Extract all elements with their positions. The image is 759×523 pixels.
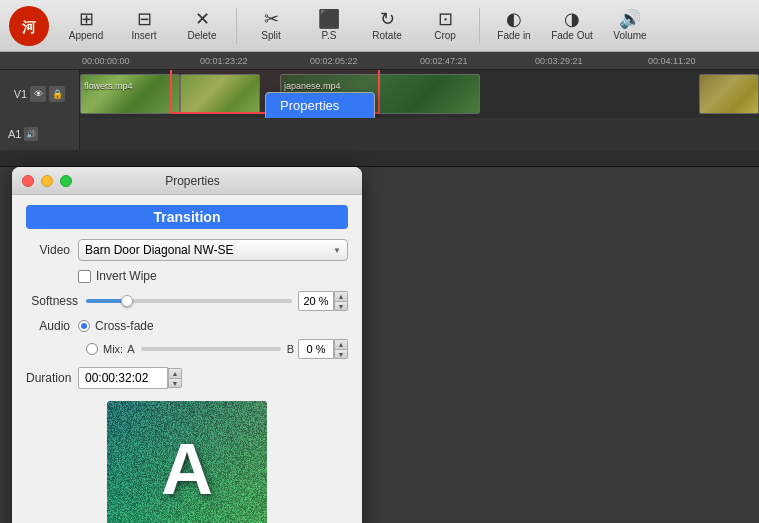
mix-stepper-down[interactable]: ▼ xyxy=(334,349,348,359)
audio-label: Audio xyxy=(26,319,78,333)
mix-stepper[interactable]: ▲ ▼ xyxy=(334,339,348,359)
crop-icon: ⊡ xyxy=(438,10,453,28)
ruler-label-5: 00:04:11:20 xyxy=(648,56,696,66)
ruler-label-3: 00:02:47:21 xyxy=(420,56,468,66)
fadeout-icon: ◑ xyxy=(564,10,580,28)
softness-stepper[interactable]: ▲ ▼ xyxy=(334,291,348,311)
append-button[interactable]: ⊞ Append xyxy=(60,4,112,48)
a1-label: A1 xyxy=(8,128,21,140)
crop-button[interactable]: ⊡ Crop xyxy=(419,4,471,48)
video-effect-dropdown[interactable]: Barn Door Diagonal NW-SE ▼ xyxy=(78,239,348,261)
insert-icon: ⊟ xyxy=(137,10,152,28)
softness-stepper-down[interactable]: ▼ xyxy=(334,301,348,311)
toolbar-sep-1 xyxy=(236,8,237,44)
softness-stepper-up[interactable]: ▲ xyxy=(334,291,348,301)
v1-lock-btn[interactable]: 🔒 xyxy=(49,86,65,102)
duration-label: Duration xyxy=(26,371,78,385)
fadein-button[interactable]: ◐ Fade in xyxy=(488,4,540,48)
append-icon: ⊞ xyxy=(79,10,94,28)
duration-stepper-down[interactable]: ▼ xyxy=(168,378,182,388)
mix-stepper-up[interactable]: ▲ xyxy=(334,339,348,349)
softness-label: Softness xyxy=(26,294,86,308)
a1-track-header: A1 🔊 xyxy=(0,118,80,150)
split-button[interactable]: ✂ Split xyxy=(245,4,297,48)
ruler-label-0: 00:00:00:00 xyxy=(82,56,130,66)
mix-value-box: 0 % ▲ ▼ xyxy=(298,339,348,359)
v1-track-content: flowers.mp4 japanese.mp4 Properties Remo… xyxy=(80,70,759,118)
video-track: V1 👁 🔒 flowers.mp4 japanese.mp4 Properti… xyxy=(0,70,759,118)
context-menu: Properties Remove xyxy=(265,92,375,118)
split-icon: ✂ xyxy=(264,10,279,28)
timeline: 00:00:00:00 00:01:23:22 00:02:05:22 00:0… xyxy=(0,52,759,167)
mix-b-label: B xyxy=(287,343,294,355)
a1-mute-btn[interactable]: 🔊 xyxy=(24,127,38,141)
transition-section-header: Transition xyxy=(26,205,348,229)
duration-stepper-up[interactable]: ▲ xyxy=(168,368,182,378)
delete-icon: ✕ xyxy=(195,10,210,28)
insert-button[interactable]: ⊟ Insert xyxy=(118,4,170,48)
clip-end-label xyxy=(700,79,706,93)
audio-crossfade-row: Audio Cross-fade xyxy=(26,319,348,333)
clip-end[interactable] xyxy=(699,74,759,114)
svg-text:河: 河 xyxy=(22,19,37,35)
invert-wipe-row: Invert Wipe xyxy=(26,269,348,283)
clip-flowers-label: flowers.mp4 xyxy=(81,79,136,93)
ruler-label-1: 00:01:23:22 xyxy=(200,56,248,66)
preview-letter: A xyxy=(161,428,213,510)
fadeout-button[interactable]: ◑ Fade Out xyxy=(546,4,598,48)
softness-row: Softness 20 % ▲ ▼ xyxy=(26,291,348,311)
ps-button[interactable]: ⬛ P.S xyxy=(303,4,355,48)
toolbar-sep-2 xyxy=(479,8,480,44)
delete-button[interactable]: ✕ Delete xyxy=(176,4,228,48)
mix-row: Mix: A B 0 % ▲ ▼ xyxy=(26,339,348,359)
rotate-button[interactable]: ↻ Rotate xyxy=(361,4,413,48)
crossfade-label: Cross-fade xyxy=(95,319,154,333)
rotate-icon: ↻ xyxy=(380,10,395,28)
ps-icon: ⬛ xyxy=(318,10,340,28)
mix-radio[interactable] xyxy=(86,343,98,355)
v1-label: V1 xyxy=(14,88,27,100)
duration-row: Duration 00:00:32:02 ▲ ▼ xyxy=(26,367,348,389)
properties-body: Transition Video Barn Door Diagonal NW-S… xyxy=(12,195,362,523)
crossfade-radio[interactable] xyxy=(78,320,90,332)
audio-track: A1 🔊 xyxy=(0,118,759,150)
video-label: Video xyxy=(26,243,78,257)
window-title: Properties xyxy=(33,174,352,188)
volume-button[interactable]: 🔊 Volume xyxy=(604,4,656,48)
volume-icon: 🔊 xyxy=(619,10,641,28)
dropdown-arrow-icon: ▼ xyxy=(333,246,341,255)
invert-wipe-label: Invert Wipe xyxy=(96,269,157,283)
fadein-icon: ◐ xyxy=(506,10,522,28)
softness-slider[interactable] xyxy=(86,299,292,303)
duration-input[interactable]: 00:00:32:02 xyxy=(78,367,168,389)
softness-value-box: 20 % ▲ ▼ xyxy=(298,291,348,311)
app-logo: 河 xyxy=(8,5,50,47)
ruler-label-4: 00:03:29:21 xyxy=(535,56,583,66)
clip-flowers[interactable]: flowers.mp4 xyxy=(80,74,180,114)
softness-value-input[interactable]: 20 % xyxy=(298,291,334,311)
duration-stepper[interactable]: ▲ ▼ xyxy=(168,368,182,388)
a1-track-content[interactable] xyxy=(80,118,759,150)
invert-wipe-checkbox[interactable] xyxy=(78,270,91,283)
properties-window: Properties Transition Video Barn Door Di… xyxy=(12,167,362,523)
preview-box: A xyxy=(107,401,267,523)
mix-value-input[interactable]: 0 % xyxy=(298,339,334,359)
v1-track-header: V1 👁 🔒 xyxy=(0,70,80,118)
window-titlebar: Properties xyxy=(12,167,362,195)
mix-slider[interactable] xyxy=(141,347,281,351)
v1-eye-btn[interactable]: 👁 xyxy=(30,86,46,102)
video-effect-label: Barn Door Diagonal NW-SE xyxy=(85,243,234,257)
mix-label: Mix: xyxy=(103,343,123,355)
context-menu-properties[interactable]: Properties xyxy=(266,93,374,118)
timeline-ruler: 00:00:00:00 00:01:23:22 00:02:05:22 00:0… xyxy=(0,52,759,70)
ruler-label-2: 00:02:05:22 xyxy=(310,56,358,66)
video-row: Video Barn Door Diagonal NW-SE ▼ xyxy=(26,239,348,261)
mix-a-label: A xyxy=(127,343,134,355)
toolbar: 河 ⊞ Append ⊟ Insert ✕ Delete ✂ Split ⬛ P… xyxy=(0,0,759,52)
